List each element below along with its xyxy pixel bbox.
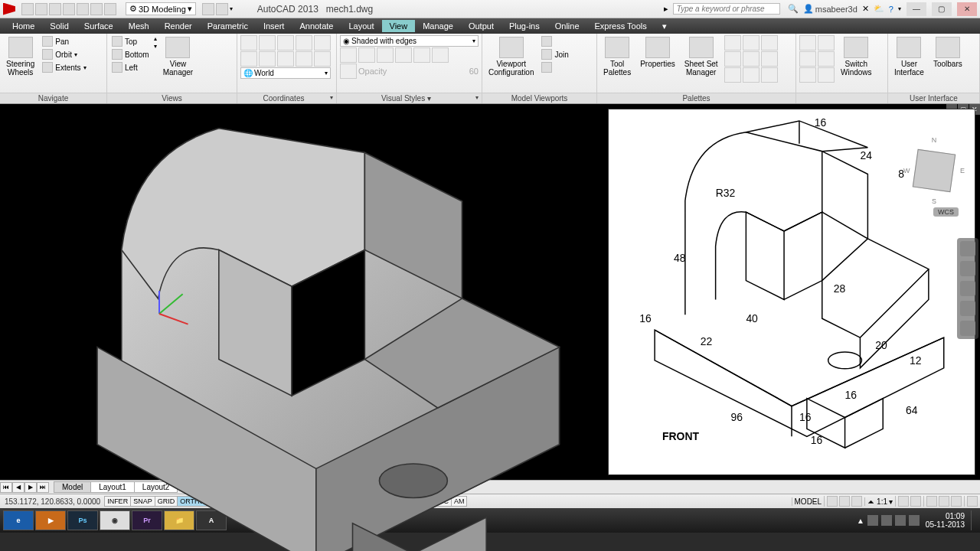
qat-extra2-icon[interactable] [216, 3, 228, 15]
vp-join-button[interactable]: Join [540, 48, 570, 60]
tab-mesh[interactable]: Mesh [121, 20, 157, 32]
tool-palettes-button[interactable]: Tool Palettes [600, 35, 634, 78]
tab-view[interactable]: View [382, 20, 416, 32]
show-desktop-button[interactable] [971, 510, 977, 530]
ucs5-icon[interactable] [314, 35, 331, 51]
tab-layout[interactable]: Layout [341, 20, 381, 32]
tab-surface[interactable]: Surface [77, 20, 121, 32]
sb5-icon[interactable] [910, 496, 921, 507]
w1-icon[interactable] [799, 35, 816, 51]
ucs8-icon[interactable] [277, 51, 294, 67]
maximize-button[interactable]: ▢ [932, 2, 952, 16]
p3-icon[interactable] [761, 35, 778, 51]
ucs-icon[interactable] [240, 35, 257, 51]
tray-up-icon[interactable]: ▲ [857, 517, 864, 525]
exchange-icon[interactable]: ✕ [862, 4, 869, 14]
ucs7-icon[interactable] [259, 51, 276, 67]
nav-zoom-icon[interactable] [960, 281, 975, 296]
sb4-icon[interactable] [898, 496, 909, 507]
p1-icon[interactable] [724, 35, 741, 51]
w3-icon[interactable] [799, 51, 816, 67]
tray-flag-icon[interactable] [867, 515, 878, 526]
view-left-button[interactable]: Left [110, 61, 151, 73]
qat-extra1-icon[interactable] [202, 3, 214, 15]
vp-named-button[interactable] [540, 35, 570, 47]
view-bottom-button[interactable]: Bottom [110, 48, 151, 60]
ucs3-icon[interactable] [277, 35, 294, 51]
viewport-config-button[interactable]: Viewport Configuration [485, 35, 537, 78]
w5-icon[interactable] [799, 67, 816, 83]
tab-expresstools[interactable]: Express Tools [587, 20, 655, 32]
w2-icon[interactable] [818, 35, 835, 51]
tab-output[interactable]: Output [461, 20, 501, 32]
p4-icon[interactable] [724, 51, 741, 67]
vs1-icon[interactable] [340, 47, 357, 63]
opacity-icon[interactable] [340, 64, 357, 79]
qat-plot-icon[interactable] [77, 3, 89, 15]
switch-windows-button[interactable]: Switch Windows [838, 35, 875, 78]
tab-solid[interactable]: Solid [42, 20, 76, 32]
ucs2-icon[interactable] [259, 35, 276, 51]
vs4-icon[interactable] [395, 47, 412, 63]
p8-icon[interactable] [743, 67, 760, 83]
search-icon[interactable]: 🔍 [788, 4, 799, 14]
tab-annotate[interactable]: Annotate [292, 20, 341, 32]
workspace-selector[interactable]: ⚙ 3D Modeling ▾ [126, 2, 196, 15]
viewcube[interactable]: N W E S [903, 136, 965, 197]
properties-button[interactable]: Properties [637, 35, 678, 70]
vs3-icon[interactable] [377, 47, 394, 63]
p6-icon[interactable] [761, 51, 778, 67]
app-logo-icon[interactable] [3, 3, 15, 15]
help-icon[interactable]: ? [889, 5, 893, 14]
p7-icon[interactable] [724, 67, 741, 83]
nav-pan-icon[interactable] [960, 261, 975, 276]
view-top-button[interactable]: Top [110, 35, 151, 47]
ucs-world-select[interactable]: 🌐World▾ [240, 67, 331, 79]
drawing-area[interactable]: [–][SE Isometric][Shaded with edges] — ▢… [0, 104, 980, 480]
tray-battery-icon[interactable] [909, 515, 920, 526]
viewcube-cube-icon[interactable] [913, 149, 956, 192]
vs2-icon[interactable] [358, 47, 375, 63]
ucs4-icon[interactable] [296, 35, 312, 51]
tab-online[interactable]: Online [547, 20, 587, 32]
tab-insert[interactable]: Insert [256, 20, 292, 32]
sb6-icon[interactable] [926, 496, 937, 507]
vp-restore-button[interactable] [540, 61, 570, 73]
taskbar-clock[interactable]: 01:0905-11-2013 [921, 512, 969, 529]
qat-redo-icon[interactable] [104, 3, 116, 15]
w6-icon[interactable] [818, 67, 835, 83]
tab-parametric[interactable]: Parametric [200, 20, 256, 32]
chevron-down-icon[interactable]: ▾ [230, 5, 233, 12]
sb8-icon[interactable] [951, 496, 962, 507]
annotation-scale[interactable]: ⏶1:1▾ [864, 497, 895, 506]
tab-plugins[interactable]: Plug-ins [501, 20, 547, 32]
w4-icon[interactable] [818, 51, 835, 67]
vs6-icon[interactable] [432, 47, 449, 63]
expand-icon[interactable]: ▾ [330, 94, 333, 101]
qat-saveas-icon[interactable] [63, 3, 75, 15]
pan-button[interactable]: Pan [41, 35, 87, 47]
p9-icon[interactable] [761, 67, 778, 83]
p5-icon[interactable] [743, 51, 760, 67]
qat-save-icon[interactable] [49, 3, 61, 15]
minimize-button[interactable]: — [906, 2, 926, 16]
model-space-button[interactable]: MODEL [792, 497, 825, 506]
tab-overflow-icon[interactable]: ▾ [655, 20, 675, 33]
sb2-icon[interactable] [839, 496, 850, 507]
toolbars-button[interactable]: Toolbars [930, 35, 965, 70]
qat-open-icon[interactable] [35, 3, 47, 15]
tray-volume-icon[interactable] [895, 515, 906, 526]
p2-icon[interactable] [743, 35, 760, 51]
vs5-icon[interactable] [413, 47, 430, 63]
steering-wheels-button[interactable]: Steering Wheels [3, 35, 38, 78]
close-button[interactable]: ✕ [957, 2, 977, 16]
tray-network-icon[interactable] [881, 515, 892, 526]
qat-new-icon[interactable] [21, 3, 34, 15]
ucs6-icon[interactable] [240, 51, 257, 67]
ucs10-icon[interactable] [314, 51, 331, 67]
nav-wheel-icon[interactable] [960, 241, 975, 256]
viewport-3d[interactable] [0, 104, 608, 480]
sb1-icon[interactable] [827, 496, 838, 507]
tab-home[interactable]: Home [5, 20, 42, 32]
cloud-icon[interactable]: ⛅ [874, 4, 884, 14]
